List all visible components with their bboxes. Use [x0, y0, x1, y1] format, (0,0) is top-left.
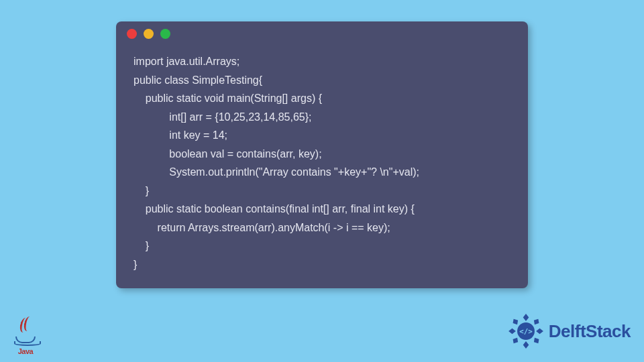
code-line: }: [133, 185, 149, 196]
code-body: import java.util.Arrays; public class Si…: [116, 46, 528, 288]
code-line: System.out.println("Array contains "+key…: [133, 166, 419, 178]
code-line: int key = 14;: [133, 129, 227, 141]
code-line: public static boolean contains(final int…: [133, 203, 415, 215]
java-label: Java: [18, 347, 33, 355]
svg-marker-1: [523, 341, 529, 349]
window-maximize-icon[interactable]: [160, 29, 170, 39]
code-line: public static void main(String[] args) {: [133, 93, 322, 104]
svg-text:</>: </>: [519, 327, 533, 336]
svg-marker-3: [536, 328, 543, 335]
code-line: import java.util.Arrays;: [133, 56, 239, 67]
code-window: import java.util.Arrays; public class Si…: [116, 21, 528, 288]
window-close-icon[interactable]: [127, 29, 137, 39]
code-line: boolean val = contains(arr, key);: [133, 148, 322, 160]
svg-marker-5: [534, 319, 539, 325]
svg-marker-6: [513, 338, 518, 344]
code-line: }: [133, 240, 149, 251]
delftstack-text: DelftStack: [549, 321, 631, 342]
svg-marker-0: [523, 314, 529, 321]
svg-marker-4: [513, 319, 518, 325]
window-minimize-icon[interactable]: [144, 29, 154, 39]
svg-marker-2: [508, 328, 516, 335]
delftstack-logo: </> DelftStack: [507, 312, 631, 350]
code-line: return Arrays.stream(arr).anyMatch(i -> …: [133, 222, 390, 233]
code-line: public class SimpleTesting{: [133, 74, 262, 86]
code-line: int[] arr = {10,25,23,14,85,65};: [133, 111, 312, 123]
delftstack-gear-icon: </>: [507, 312, 545, 350]
code-line: }: [133, 259, 137, 270]
java-steam-icon: [17, 316, 34, 335]
window-title-bar: [116, 21, 528, 46]
svg-marker-7: [534, 338, 539, 344]
java-logo: Java: [7, 308, 44, 355]
java-cup-icon: [15, 337, 36, 343]
